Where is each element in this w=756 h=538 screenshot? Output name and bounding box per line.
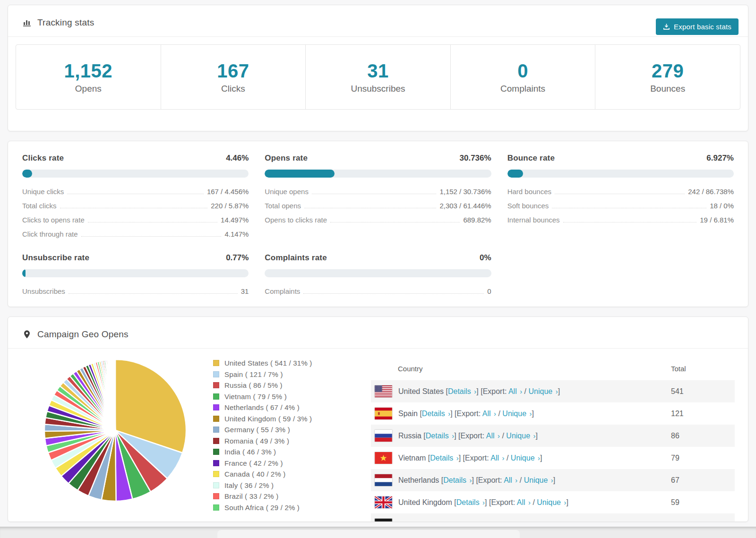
details-link-es[interactable]: Details › (422, 410, 450, 418)
country-name: United Kingdom (398, 498, 454, 506)
country-name: Spain (398, 410, 420, 418)
details-link-ru[interactable]: Details › (426, 432, 454, 440)
details-link-vn[interactable]: Details › (430, 454, 458, 462)
export-unique-link-es[interactable]: Unique › (502, 410, 532, 418)
rate-row-value: 242 / 86.738% (688, 188, 734, 196)
rate-row: Unique clicks167 / 4.456% (22, 183, 249, 197)
legend-label: Spain ( 121 / 7% ) (224, 370, 283, 378)
legend-label: Romania ( 49 / 3% ) (224, 437, 289, 445)
dotted-leader (67, 194, 204, 194)
legend-label: South Africa ( 29 / 2% ) (224, 504, 300, 512)
legend-swatch (213, 427, 219, 433)
country-cell: Netherlands [Details ›] [Export: All › /… (398, 476, 555, 485)
legend-item-germany: Germany ( 55 / 3% ) (213, 426, 364, 434)
export-unique-link-vn[interactable]: Unique › (511, 454, 540, 462)
rate-row-value: 31 (241, 287, 249, 295)
rate-block-header: Complaints rate0% (265, 253, 491, 263)
slash: / (522, 387, 528, 395)
details-link-nl[interactable]: Details › (443, 476, 472, 484)
rate-value: 0% (480, 253, 491, 263)
country-cell: Vietnam [Details ›] [Export: All › / Uni… (398, 454, 542, 462)
legend-item-spain: Spain ( 121 / 7% ) (213, 370, 364, 378)
country-name: Vietnam (398, 454, 428, 462)
export-unique-link-de[interactable]: Unique › (514, 521, 543, 522)
export-all-link-us[interactable]: All › (508, 387, 522, 395)
export-all-link-vn[interactable]: All › (490, 454, 504, 462)
bracket: ] (566, 498, 568, 506)
progress-bar-fill (22, 170, 32, 178)
slash: / (505, 454, 511, 462)
stat-cell-opens: 1,152Opens (16, 45, 161, 109)
dotted-leader (88, 222, 217, 222)
geo-table: Country Total United States [Details ›] … (371, 356, 735, 522)
legend-swatch (213, 404, 219, 410)
rate-row-value: 220 / 5.87% (211, 202, 249, 210)
country-name: Russia (398, 432, 423, 440)
legend-label: Netherlands ( 67 / 4% ) (224, 403, 300, 411)
rate-value: 4.46% (226, 154, 249, 163)
geo-opens-header: Campaign Geo Opens (8, 317, 748, 349)
tracking-stats-card: Tracking stats Export basic stats 1,152O… (8, 5, 748, 131)
tracking-stats-title: Tracking stats (37, 17, 94, 28)
details-link-us[interactable]: Details › (448, 387, 476, 395)
legend-label: Russia ( 86 / 5% ) (224, 381, 283, 389)
bracket: ] [Export: (459, 454, 491, 462)
legend-item-romania: Romania ( 49 / 3% ) (213, 437, 364, 445)
rate-row-label: Hard bounces (507, 188, 551, 196)
flag-us-icon (375, 385, 392, 397)
legend-item-south-africa: South Africa ( 29 / 2% ) (213, 504, 364, 512)
rate-row: Click through rate4.147% (22, 226, 249, 240)
export-unique-link-nl[interactable]: Unique › (524, 476, 553, 484)
export-all-link-ru[interactable]: All › (486, 432, 500, 440)
bracket: ] (558, 387, 560, 395)
legend-item-united-kingdom: United Kingdom ( 59 / 3% ) (213, 415, 364, 423)
export-all-link-de[interactable]: All › (494, 521, 508, 522)
legend-item-india: India ( 46 / 3% ) (213, 448, 364, 456)
rate-title: Complaints rate (265, 253, 326, 263)
page-bottom-cut (0, 527, 756, 538)
export-basic-stats-button[interactable]: Export basic stats (656, 18, 739, 35)
details-link-de[interactable]: Details › (434, 521, 462, 522)
legend-swatch (213, 393, 219, 400)
rates-row-1: Clicks rate4.46%Unique clicks167 / 4.456… (22, 154, 734, 240)
export-all-link-es[interactable]: All › (482, 410, 496, 418)
legend-label: Brazil ( 33 / 2% ) (224, 492, 278, 500)
rate-row: Soft bounces18 / 0% (507, 197, 734, 212)
legend-label: Canada ( 40 / 2% ) (224, 470, 286, 478)
stat-cell-unsubscribes: 31Unsubscribes (305, 45, 450, 109)
export-button-label: Export basic stats (674, 23, 731, 31)
export-all-link-gb[interactable]: All › (517, 498, 531, 506)
dotted-leader (330, 222, 460, 222)
geo-content: United States ( 541 / 31% )Spain ( 121 /… (8, 349, 748, 522)
rate-row-label: Click through rate (22, 230, 78, 238)
bracket: ] [Export: (454, 432, 486, 440)
table-row-vn: Vietnam [Details ›] [Export: All › / Uni… (371, 447, 735, 469)
rate-block-unsubscribe-rate: Unsubscribe rate0.77%Unsubscribes31 (22, 253, 249, 297)
rate-row: Internal bounces19 / 6.81% (507, 212, 734, 226)
legend-swatch (213, 449, 219, 455)
geo-pie-legend: United States ( 541 / 31% )Spain ( 121 /… (213, 359, 364, 522)
progress-bar-track (22, 170, 249, 178)
legend-swatch (213, 504, 219, 511)
details-link-gb[interactable]: Details › (456, 498, 485, 506)
legend-item-italy: Italy ( 36 / 2% ) (213, 481, 364, 489)
country-cell: United States [Details ›] [Export: All ›… (398, 387, 560, 396)
column-header-country: Country (398, 365, 423, 373)
export-unique-link-ru[interactable]: Unique › (506, 432, 535, 440)
legend-item-canada: Canada ( 40 / 2% ) (213, 470, 364, 478)
pie-slice-other-57[interactable] (115, 359, 115, 430)
stat-cell-complaints: 0Complaints (450, 45, 595, 109)
export-unique-link-gb[interactable]: Unique › (537, 498, 566, 506)
dotted-leader (312, 194, 436, 194)
rate-row-label: Unique opens (265, 188, 309, 196)
table-row-ru: Russia [Details ›] [Export: All › / Uniq… (371, 425, 735, 447)
dotted-leader (69, 293, 238, 294)
export-all-link-nl[interactable]: All › (504, 476, 517, 484)
export-unique-link-us[interactable]: Unique › (528, 387, 558, 395)
legend-label: Germany ( 55 / 3% ) (224, 426, 290, 434)
bracket: ] (536, 432, 538, 440)
bracket: ] [Export: (450, 410, 482, 418)
rate-row-label: Soft bounces (507, 202, 549, 210)
legend-swatch (213, 382, 219, 388)
map-pin-icon (22, 330, 32, 339)
